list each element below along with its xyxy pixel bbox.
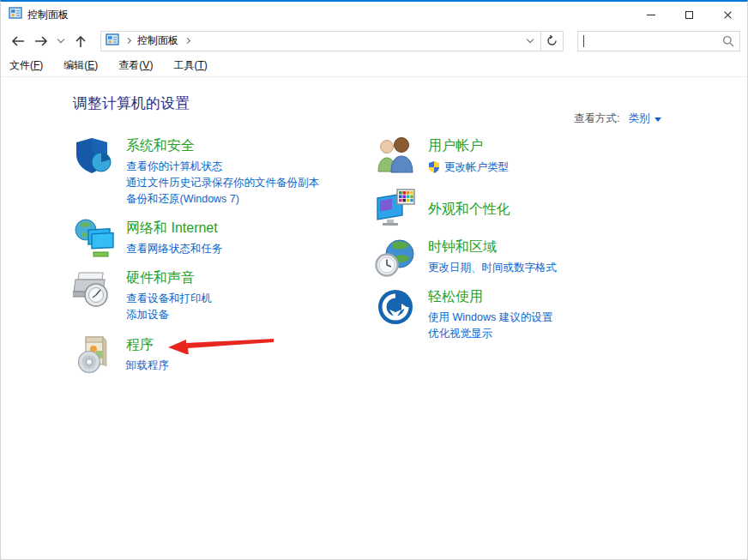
control-panel-icon (106, 33, 119, 50)
ease-of-access-icon[interactable] (375, 286, 416, 328)
category-title-ease-of-access[interactable]: 轻松使用 (428, 288, 552, 306)
minimize-button[interactable] (631, 2, 670, 27)
category-user-accounts: 用户帐户 更改帐户类型 (375, 135, 684, 178)
text-caret (583, 35, 584, 47)
category-title-system-security[interactable]: 系统和安全 (126, 137, 319, 155)
refresh-button[interactable] (540, 32, 563, 51)
page-title: 调整计算机的设置 (73, 93, 747, 113)
breadcrumb-chevron-icon (125, 38, 131, 44)
printer-gauge-icon[interactable] (73, 268, 114, 309)
content-area: 调整计算机的设置 查看方式: 类别 (1, 93, 747, 384)
up-button[interactable] (72, 31, 89, 51)
category-ease-of-access: 轻松使用 使用 Windows 建议的设置 优化视觉显示 (375, 286, 684, 344)
search-icon (722, 35, 734, 47)
back-button[interactable] (9, 31, 27, 51)
forward-arrow-icon (33, 35, 49, 47)
link-uninstall-program[interactable]: 卸载程序 (126, 359, 274, 371)
dropdown-triangle-icon (654, 117, 661, 122)
category-title-user-accounts[interactable]: 用户帐户 (428, 137, 509, 155)
chevron-down-icon (527, 36, 534, 43)
breadcrumb-item-control-panel[interactable]: 控制面板 (137, 33, 178, 48)
uac-shield-icon (428, 160, 440, 174)
category-title-appearance[interactable]: 外观和个性化 (428, 201, 510, 219)
link-network-status-tasks[interactable]: 查看网络状态和任务 (126, 243, 223, 255)
recent-locations-button[interactable] (56, 31, 66, 51)
monitor-palette-icon[interactable] (375, 187, 416, 228)
two-users-icon[interactable] (375, 135, 416, 177)
link-optimize-visual-display[interactable]: 优化视觉显示 (428, 328, 552, 340)
link-change-account-type[interactable]: 更改帐户类型 (428, 160, 509, 174)
menu-tools[interactable]: 工具(T) (173, 58, 207, 73)
category-appearance-personalization: 外观和个性化 (375, 187, 684, 228)
chevron-down-icon (57, 36, 64, 43)
category-programs: 程序 卸载程序 (73, 334, 375, 376)
category-hardware-sound: 硬件和声音 查看设备和打印机 添加设备 (73, 268, 375, 325)
category-network-internet: 网络和 Internet 查看网络状态和任务 (73, 218, 375, 259)
view-by-control: 查看方式: 类别 (574, 111, 661, 126)
minimize-icon (647, 15, 655, 15)
category-system-security: 系统和安全 查看你的计算机状态 通过文件历史记录保存你的文件备份副本 备份和还原… (73, 135, 375, 209)
search-input[interactable] (586, 33, 722, 49)
breadcrumb[interactable]: 控制面板 (101, 32, 520, 51)
close-icon (723, 10, 733, 20)
navigation-bar: 控制面板 (1, 27, 747, 54)
category-title-clock-region[interactable]: 时钟和区域 (428, 238, 557, 256)
menu-bar: 文件(F) 编辑(E) 查看(V) 工具(T) (1, 54, 747, 77)
categories-left-column: 系统和安全 查看你的计算机状态 通过文件历史记录保存你的文件备份副本 备份和还原… (73, 135, 375, 384)
search-box[interactable] (577, 31, 740, 51)
menu-file[interactable]: 文件(F) (9, 58, 43, 73)
link-file-history-backup[interactable]: 通过文件历史记录保存你的文件备份副本 (126, 177, 319, 189)
category-title-hardware-sound[interactable]: 硬件和声音 (126, 269, 212, 287)
software-box-cd-icon[interactable] (73, 334, 114, 375)
forward-button[interactable] (33, 31, 50, 51)
address-bar[interactable]: 控制面板 (100, 31, 564, 51)
category-title-programs[interactable]: 程序 (126, 335, 274, 354)
breadcrumb-chevron-icon (184, 38, 190, 44)
category-clock-region: 时钟和区域 更改日期、时间或数字格式 (375, 237, 684, 278)
back-arrow-icon (10, 35, 26, 47)
up-arrow-icon (75, 34, 87, 48)
menu-view[interactable]: 查看(V) (118, 58, 153, 73)
view-by-label: 查看方式: (574, 111, 619, 126)
category-title-network-internet[interactable]: 网络和 Internet (126, 220, 223, 238)
control-panel-window: 控制面板 (0, 0, 748, 560)
titlebar: 控制面板 (1, 2, 747, 27)
view-by-dropdown[interactable]: 类别 (628, 111, 661, 126)
address-dropdown-button[interactable] (520, 32, 540, 51)
maximize-button[interactable] (670, 2, 709, 27)
refresh-icon (546, 35, 558, 46)
link-backup-restore-win7[interactable]: 备份和还原(Windows 7) (126, 193, 319, 205)
categories-right-column: 用户帐户 更改帐户类型 (375, 135, 684, 384)
maximize-icon (685, 11, 693, 19)
control-panel-icon (9, 6, 22, 23)
red-annotation-arrow (167, 335, 274, 354)
network-globe-monitors-icon[interactable] (73, 218, 114, 259)
menu-edit[interactable]: 编辑(E) (63, 58, 98, 73)
window-title: 控制面板 (27, 8, 631, 22)
security-shield-icon[interactable] (73, 135, 114, 177)
close-button[interactable] (709, 2, 747, 27)
link-windows-suggested-settings[interactable]: 使用 Windows 建议的设置 (428, 311, 552, 323)
link-change-date-time-number-formats[interactable]: 更改日期、时间或数字格式 (428, 262, 557, 274)
link-devices-printers[interactable]: 查看设备和打印机 (126, 292, 212, 304)
globe-clock-icon[interactable] (375, 237, 416, 278)
link-add-device[interactable]: 添加设备 (126, 309, 212, 321)
link-check-computer-status[interactable]: 查看你的计算机状态 (126, 160, 319, 172)
